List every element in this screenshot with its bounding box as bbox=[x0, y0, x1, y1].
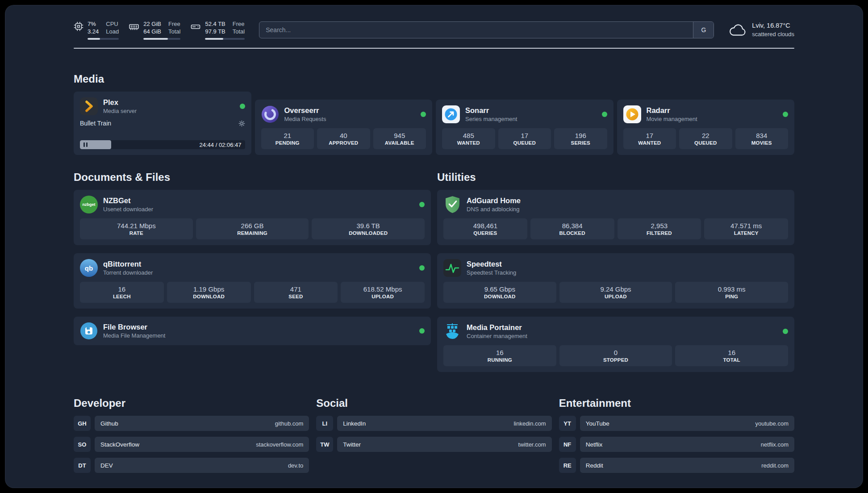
card-header: Plex Media server bbox=[80, 97, 245, 115]
bookmark-name: Netflix bbox=[586, 441, 603, 448]
bookmark-url: youtube.com bbox=[755, 420, 789, 427]
stat-value: 1.19 Gbps bbox=[169, 285, 249, 293]
bookmark-url: reddit.com bbox=[761, 462, 789, 469]
bookmark-name: LinkedIn bbox=[343, 420, 366, 427]
cpu-icon bbox=[74, 21, 83, 31]
stat-value: 0.993 ms bbox=[677, 285, 786, 293]
search-bar: G bbox=[259, 21, 714, 38]
stat-box: 945AVAILABLE bbox=[373, 128, 426, 149]
status-dot bbox=[602, 112, 607, 117]
disk-readout: 52.4 TB 97.9 TB Free Total bbox=[205, 20, 245, 40]
stat-box: 22QUEUED bbox=[679, 128, 732, 149]
app-name: AdGuard Home bbox=[467, 196, 521, 205]
stat-value: 40 bbox=[319, 131, 368, 140]
qbittorrent-icon-text: qb bbox=[85, 265, 93, 272]
ram-total-label: Total bbox=[168, 28, 180, 35]
bookmark-dev[interactable]: DT DEVdev.to bbox=[74, 458, 309, 473]
app-card-radarr[interactable]: Radarr Movie management 17WANTED 22QUEUE… bbox=[617, 100, 795, 155]
stat-value: 834 bbox=[737, 131, 787, 140]
bookmark-name: Reddit bbox=[586, 462, 603, 469]
bookmark-netflix[interactable]: NF Netflixnetflix.com bbox=[559, 437, 794, 452]
ram-usage-fill bbox=[143, 38, 168, 40]
stat-box: 0STOPPED bbox=[559, 345, 672, 366]
dashboard-content: 7% 3.24 CPU Load bbox=[74, 5, 794, 473]
bookmark-reddit[interactable]: RE Redditreddit.com bbox=[559, 458, 794, 473]
stat-box: 17WANTED bbox=[623, 128, 676, 149]
dashboard-screen: 7% 3.24 CPU Load bbox=[5, 5, 863, 488]
stat-value: 498,461 bbox=[445, 221, 526, 230]
stat-box: 744.21 MbpsRATE bbox=[80, 218, 193, 239]
pause-icon[interactable] bbox=[83, 142, 88, 147]
bookmarks-columns: Developer GH Githubgithub.com SO StackOv… bbox=[74, 372, 794, 473]
search-input[interactable] bbox=[259, 22, 693, 38]
bookmark-name: Twitter bbox=[343, 441, 361, 448]
bookmark-linkedin[interactable]: LI LinkedInlinkedin.com bbox=[316, 416, 551, 431]
card-header: AdGuard Home DNS and adblocking bbox=[443, 196, 788, 213]
app-card-filebrowser[interactable]: File Browser Media File Management bbox=[74, 317, 431, 345]
stat-box: 39.6 TBDOWNLOADED bbox=[312, 218, 425, 239]
bookmark-twitter[interactable]: TW Twittertwitter.com bbox=[316, 437, 551, 452]
gear-icon[interactable] bbox=[238, 120, 245, 127]
app-card-plex[interactable]: Plex Media server Bullet Train 24:44 / 0… bbox=[74, 92, 251, 155]
app-subtitle: Torrent downloader bbox=[103, 269, 153, 276]
stats-row: 16LEECH 1.19 GbpsDOWNLOAD 471SEED 618.52… bbox=[80, 277, 425, 303]
app-card-nzbget[interactable]: nzbget NZBGet Usenet downloader 744.21 M… bbox=[74, 190, 431, 245]
playback-time: 24:44 / 02:06:47 bbox=[200, 142, 242, 148]
stat-box: 2,953FILTERED bbox=[618, 218, 701, 239]
stat-box: 1.19 GbpsDOWNLOAD bbox=[167, 282, 251, 303]
stat-box: 17QUEUED bbox=[498, 128, 551, 149]
card-header: qb qBittorrent Torrent downloader bbox=[80, 259, 425, 277]
app-name: NZBGet bbox=[103, 196, 153, 205]
app-name: Speedtest bbox=[467, 259, 516, 269]
section-title-developer: Developer bbox=[74, 397, 309, 409]
app-card-portainer[interactable]: Media Portainer Container management 16R… bbox=[437, 317, 794, 372]
app-name: Media Portainer bbox=[467, 323, 527, 332]
sonarr-icon bbox=[442, 105, 460, 123]
cpu-readout: 7% 3.24 CPU Load bbox=[88, 20, 119, 40]
app-card-qbittorrent[interactable]: qb qBittorrent Torrent downloader 16LEEC… bbox=[74, 253, 431, 309]
stat-label: AVAILABLE bbox=[375, 140, 425, 146]
status-dot bbox=[240, 104, 245, 109]
stat-value: 471 bbox=[256, 285, 336, 293]
stat-value: 22 bbox=[681, 131, 730, 140]
app-name: File Browser bbox=[103, 322, 165, 332]
app-subtitle: DNS and adblocking bbox=[467, 205, 521, 213]
filebrowser-icon bbox=[80, 322, 98, 340]
bookmark-youtube[interactable]: YT YouTubeyoutube.com bbox=[559, 416, 794, 431]
qbittorrent-icon: qb bbox=[80, 259, 98, 277]
stat-box: 0.993 msPING bbox=[675, 282, 788, 303]
disk-total: 97.9 TB bbox=[205, 28, 225, 35]
app-subtitle: Media server bbox=[103, 107, 137, 115]
bookmark-url: netflix.com bbox=[761, 441, 789, 448]
stat-box: 266 GBREMAINING bbox=[196, 218, 309, 239]
section-title-utilities: Utilities bbox=[437, 171, 794, 184]
bookmark-abbr: NF bbox=[559, 437, 576, 452]
ram-usage-bar bbox=[143, 38, 180, 40]
stat-value: 17 bbox=[500, 131, 550, 140]
bookmark-name: YouTube bbox=[586, 420, 609, 427]
card-header: Radarr Movie management bbox=[623, 105, 789, 123]
bookmark-url: stackoverflow.com bbox=[256, 441, 303, 448]
stat-label: SEED bbox=[256, 293, 336, 300]
bookmark-url: linkedin.com bbox=[513, 420, 546, 427]
app-card-speedtest[interactable]: Speedtest Speedtest Tracking 9.65 GbpsDO… bbox=[437, 253, 794, 309]
stat-box: 9.65 GbpsDOWNLOAD bbox=[443, 282, 556, 303]
status-dot bbox=[421, 112, 426, 117]
stat-box: 16TOTAL bbox=[675, 345, 788, 366]
bookmark-stackoverflow[interactable]: SO StackOverflowstackoverflow.com bbox=[74, 437, 309, 452]
stat-value: 9.65 Gbps bbox=[445, 285, 555, 293]
stat-label: UPLOAD bbox=[561, 293, 671, 300]
stat-value: 17 bbox=[625, 131, 675, 140]
app-card-overseerr[interactable]: Overseerr Media Requests 21PENDING 40APP… bbox=[255, 100, 433, 155]
app-card-adguard[interactable]: AdGuard Home DNS and adblocking 498,461Q… bbox=[437, 190, 794, 245]
status-dot bbox=[783, 112, 788, 117]
stat-value: 16 bbox=[445, 348, 555, 357]
stat-label: RATE bbox=[82, 230, 191, 237]
search-engine-button[interactable]: G bbox=[693, 22, 714, 38]
app-card-sonarr[interactable]: Sonarr Series management 485WANTED 17QUE… bbox=[436, 100, 613, 155]
bookmark-github[interactable]: GH Githubgithub.com bbox=[74, 416, 309, 431]
ram-widget: 22 GiB 64 GiB Free Total bbox=[129, 20, 180, 40]
stat-value: 266 GB bbox=[198, 221, 307, 230]
playback-progress-bar[interactable]: 24:44 / 02:06:47 bbox=[80, 140, 245, 149]
stats-row: 9.65 GbpsDOWNLOAD 9.24 GbpsUPLOAD 0.993 … bbox=[443, 277, 788, 303]
